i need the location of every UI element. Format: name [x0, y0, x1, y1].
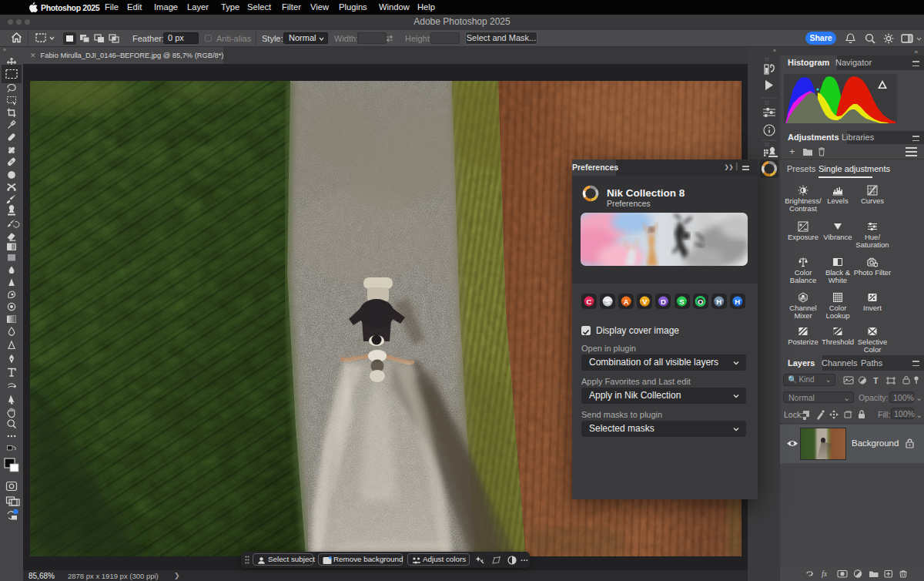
svg-text:fx: fx [822, 569, 828, 578]
svg-text:H: H [735, 297, 740, 306]
svg-text:T: T [873, 376, 879, 385]
